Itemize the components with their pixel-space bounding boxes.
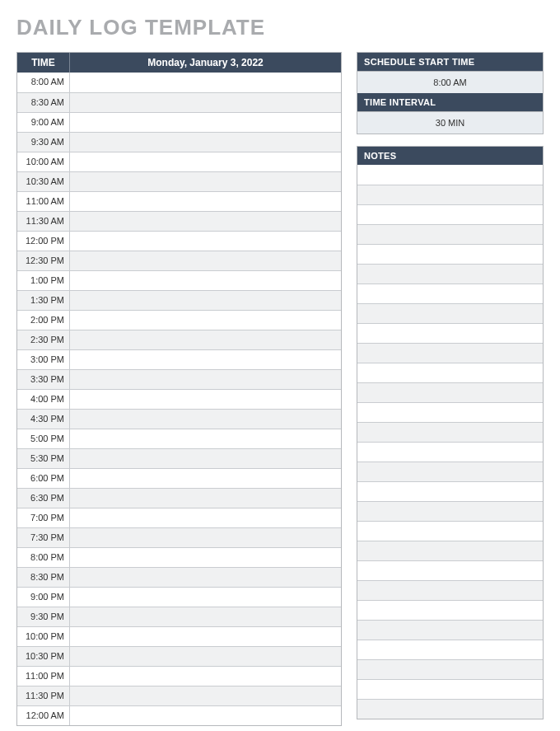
schedule-time-cell: 12:00 PM (17, 232, 70, 251)
schedule-entry-cell[interactable] (70, 568, 341, 587)
schedule-entry-cell[interactable] (70, 133, 341, 152)
notes-row[interactable] (357, 185, 543, 204)
schedule-entry-cell[interactable] (70, 251, 341, 270)
schedule-time-cell: 9:00 PM (17, 588, 70, 607)
schedule-entry-cell[interactable] (70, 350, 341, 369)
notes-row[interactable] (357, 343, 543, 363)
schedule-entry-cell[interactable] (70, 607, 341, 626)
schedule-time-cell: 10:00 PM (17, 627, 70, 646)
schedule-entry-cell[interactable] (70, 330, 341, 349)
notes-row[interactable] (357, 699, 543, 719)
schedule-time-cell: 12:30 PM (17, 251, 70, 270)
schedule-row: 10:30 PM (17, 646, 341, 666)
schedule-time-cell: 1:30 PM (17, 291, 70, 310)
schedule-entry-cell[interactable] (70, 449, 341, 468)
notes-row[interactable] (357, 659, 543, 679)
notes-row[interactable] (357, 283, 543, 303)
schedule-row: 9:00 PM (17, 587, 341, 607)
schedule-row: 10:00 PM (17, 626, 341, 646)
notes-row[interactable] (357, 224, 543, 244)
schedule-entry-cell[interactable] (70, 508, 341, 527)
schedule-column: TIME Monday, January 3, 2022 8:00 AM8:30… (16, 52, 342, 726)
schedule-entry-cell[interactable] (70, 232, 341, 251)
settings-panel: SCHEDULE START TIME 8:00 AM TIME INTERVA… (357, 52, 544, 134)
schedule-row: 3:30 PM (17, 369, 341, 389)
schedule-row: 1:30 PM (17, 290, 341, 310)
notes-row[interactable] (357, 363, 543, 382)
schedule-entry-cell[interactable] (70, 429, 341, 448)
schedule-date-header: Monday, January 3, 2022 (70, 53, 341, 73)
schedule-time-cell: 3:00 PM (17, 350, 70, 369)
schedule-time-cell: 8:30 AM (17, 93, 70, 112)
schedule-row: 2:30 PM (17, 330, 341, 349)
schedule-entry-cell[interactable] (70, 192, 341, 211)
notes-row[interactable] (357, 462, 543, 481)
schedule-entry-cell[interactable] (70, 113, 341, 132)
page-title: DAILY LOG TEMPLATE (16, 15, 544, 40)
schedule-entry-cell[interactable] (70, 271, 341, 290)
schedule-row: 7:30 PM (17, 527, 341, 547)
notes-row[interactable] (357, 442, 543, 462)
notes-row[interactable] (357, 521, 543, 541)
notes-row[interactable] (357, 640, 543, 659)
schedule-entry-cell[interactable] (70, 469, 341, 488)
notes-row[interactable] (357, 402, 543, 422)
notes-row[interactable] (357, 481, 543, 501)
start-time-label: SCHEDULE START TIME (357, 53, 543, 71)
schedule-entry-cell[interactable] (70, 212, 341, 231)
schedule-row: 11:30 PM (17, 686, 341, 705)
schedule-row: 7:00 PM (17, 508, 341, 527)
schedule-entry-cell[interactable] (70, 311, 341, 330)
notes-row[interactable] (357, 501, 543, 521)
schedule-row: 8:30 AM (17, 92, 341, 112)
notes-row[interactable] (357, 165, 543, 185)
notes-row[interactable] (357, 323, 543, 343)
schedule-row: 4:30 PM (17, 409, 341, 429)
interval-label: TIME INTERVAL (357, 93, 543, 111)
schedule-entry-cell[interactable] (70, 410, 341, 429)
interval-value[interactable]: 30 MIN (357, 111, 543, 134)
schedule-entry-cell[interactable] (70, 706, 341, 725)
notes-body (357, 165, 543, 719)
notes-row[interactable] (357, 264, 543, 283)
schedule-entry-cell[interactable] (70, 548, 341, 567)
notes-panel: NOTES (357, 146, 544, 719)
schedule-entry-cell[interactable] (70, 647, 341, 666)
schedule-entry-cell[interactable] (70, 686, 341, 705)
schedule-entry-cell[interactable] (70, 489, 341, 508)
notes-row[interactable] (357, 382, 543, 402)
notes-row[interactable] (357, 580, 543, 600)
schedule-entry-cell[interactable] (70, 370, 341, 389)
schedule-entry-cell[interactable] (70, 390, 341, 409)
notes-header: NOTES (357, 147, 543, 165)
schedule-entry-cell[interactable] (70, 667, 341, 686)
notes-row[interactable] (357, 679, 543, 699)
notes-row[interactable] (357, 560, 543, 580)
schedule-entry-cell[interactable] (70, 73, 341, 92)
schedule-entry-cell[interactable] (70, 152, 341, 171)
schedule-time-cell: 8:00 PM (17, 548, 70, 567)
schedule-entry-cell[interactable] (70, 172, 341, 191)
schedule-entry-cell[interactable] (70, 627, 341, 646)
schedule-time-cell: 3:30 PM (17, 370, 70, 389)
schedule-row: 2:00 PM (17, 310, 341, 330)
schedule-time-cell: 8:30 PM (17, 568, 70, 587)
schedule-time-cell: 5:30 PM (17, 449, 70, 468)
notes-row[interactable] (357, 620, 543, 640)
start-time-value[interactable]: 8:00 AM (357, 71, 543, 93)
notes-row[interactable] (357, 303, 543, 323)
notes-row[interactable] (357, 244, 543, 264)
schedule-time-cell: 6:30 PM (17, 489, 70, 508)
schedule-time-cell: 4:30 PM (17, 410, 70, 429)
schedule-time-cell: 10:00 AM (17, 152, 70, 171)
schedule-row: 9:30 AM (17, 132, 341, 152)
notes-row[interactable] (357, 204, 543, 224)
schedule-entry-cell[interactable] (70, 93, 341, 112)
notes-row[interactable] (357, 600, 543, 620)
schedule-entry-cell[interactable] (70, 528, 341, 547)
schedule-row: 5:00 PM (17, 429, 341, 448)
schedule-entry-cell[interactable] (70, 291, 341, 310)
schedule-entry-cell[interactable] (70, 588, 341, 607)
notes-row[interactable] (357, 422, 543, 442)
notes-row[interactable] (357, 541, 543, 560)
